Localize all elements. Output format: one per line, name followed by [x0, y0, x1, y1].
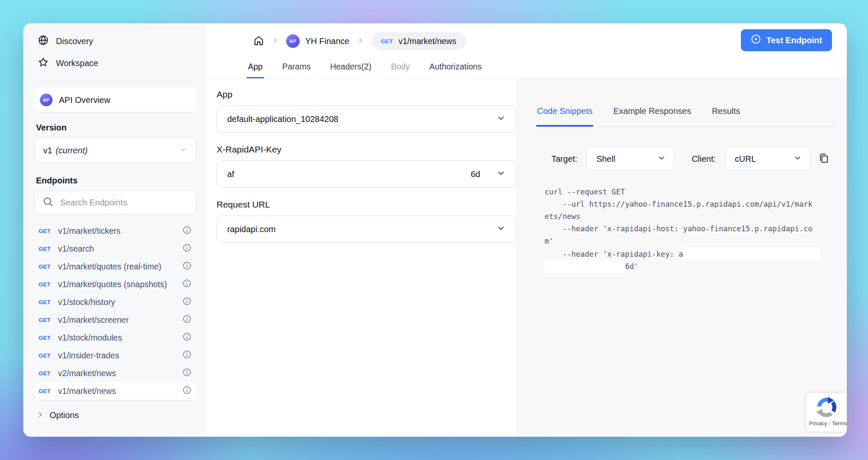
- version-value: v1: [43, 146, 52, 155]
- info-icon[interactable]: [182, 297, 192, 308]
- search-input[interactable]: [59, 197, 189, 208]
- sidebar-item-label: Discovery: [56, 36, 93, 46]
- code-line-text: --header 'x-rapidapi-key: a: [545, 250, 683, 258]
- chevron-right-icon: [272, 37, 278, 45]
- endpoint-search: [34, 191, 197, 214]
- play-circle-icon: [751, 34, 761, 47]
- target-select-value: Shell: [596, 154, 615, 164]
- endpoint-row[interactable]: GET v1/stock/history: [34, 293, 197, 311]
- redacted-key-overlay: [683, 247, 820, 261]
- snippet-toolbar: Target: Shell Client: cURL: [551, 147, 832, 171]
- app-select[interactable]: default-application_10284208: [217, 105, 516, 133]
- url-select-value: rapidapi.com: [227, 224, 276, 234]
- code-line: --url https://yahoo-finance15.p.rapidapi…: [545, 198, 832, 211]
- test-endpoint-label: Test Endpoint: [766, 36, 822, 45]
- info-icon[interactable]: [182, 368, 192, 379]
- panel-tabs: Code Snippets Example Responses Results: [536, 102, 837, 127]
- tab-code-snippets[interactable]: Code Snippets: [536, 102, 593, 126]
- target-select[interactable]: Shell: [587, 147, 674, 171]
- endpoint-path: v1/market/screener: [58, 315, 182, 325]
- endpoint-path: v1/insider-trades: [58, 351, 182, 360]
- endpoint-row[interactable]: GET v1/stock/modules: [34, 329, 197, 346]
- key-group: X-RapidAPI-Key af 6d: [217, 144, 517, 188]
- recaptcha-privacy-terms: Privacy - Terms: [806, 420, 847, 427]
- endpoint-list: GET v1/market/tickers GET v1/search GET …: [34, 222, 197, 400]
- tab-app[interactable]: App: [247, 58, 264, 78]
- endpoint-path: v2/market/news: [58, 369, 182, 378]
- sidebar-item-discovery[interactable]: Discovery: [34, 32, 197, 50]
- tab-results[interactable]: Results: [711, 102, 741, 126]
- endpoint-path: v1/market/news: [58, 386, 182, 396]
- tab-authorizations[interactable]: Authorizations: [428, 58, 483, 78]
- current-endpoint-pill: GET v1/market/news: [371, 32, 466, 50]
- api-name: YH Finance: [305, 36, 350, 46]
- client-select[interactable]: cURL: [725, 147, 810, 171]
- request-form: App default-application_10284208 X-Rapid…: [206, 78, 517, 437]
- info-icon[interactable]: [182, 225, 192, 236]
- code-line: ets/news: [545, 211, 832, 223]
- recaptcha-icon: [815, 396, 838, 419]
- endpoint-path: v1/stock/modules: [58, 333, 182, 343]
- method-badge: GET: [39, 335, 58, 341]
- breadcrumb-api[interactable]: AP YH Finance: [286, 34, 350, 48]
- home-icon[interactable]: [253, 35, 264, 48]
- active-tab-underline: [536, 125, 593, 127]
- info-icon[interactable]: [182, 350, 192, 361]
- breadcrumb: AP YH Finance GET v1/market/news: [253, 30, 466, 52]
- options-section-toggle[interactable]: Options: [34, 406, 197, 424]
- chevron-down-icon: [496, 224, 506, 235]
- tab-body[interactable]: Body: [389, 58, 411, 78]
- sidebar-item-api-overview[interactable]: AP API Overview: [34, 88, 197, 112]
- client-select-value: cURL: [735, 154, 756, 164]
- endpoint-path: v1/market/tickers: [58, 226, 182, 236]
- endpoint-path: v1/market/quotes (snapshots): [58, 280, 182, 289]
- desktop-background: Discovery Workspace AP API Overview Vers…: [0, 0, 868, 460]
- method-badge: GET: [39, 352, 58, 359]
- tab-headers[interactable]: Headers(2): [329, 58, 373, 78]
- endpoint-path: v1/search: [58, 244, 182, 254]
- sidebar: Discovery Workspace AP API Overview Vers…: [23, 23, 206, 437]
- tab-code-snippets-label: Code Snippets: [537, 106, 593, 116]
- endpoint-row[interactable]: GET v1/search: [34, 240, 197, 258]
- url-select[interactable]: rapidapi.com: [217, 216, 516, 243]
- key-value-suffix: 6d: [471, 169, 480, 179]
- info-icon[interactable]: [182, 332, 192, 343]
- code-line-text: 6d': [625, 262, 639, 271]
- chevron-down-icon: [793, 154, 802, 164]
- test-endpoint-button[interactable]: Test Endpoint: [741, 29, 832, 51]
- key-select[interactable]: af 6d: [217, 161, 516, 188]
- copy-icon: [818, 152, 830, 166]
- recaptcha-badge[interactable]: Privacy - Terms: [806, 393, 847, 432]
- endpoint-row[interactable]: GET v2/market/news: [34, 364, 197, 382]
- main-area: AP YH Finance GET v1/market/news App Par…: [206, 23, 847, 437]
- code-line: 6d': [545, 260, 832, 272]
- version-select[interactable]: v1 (current): [34, 138, 197, 163]
- method-badge: GET: [381, 38, 393, 44]
- tab-example-responses[interactable]: Example Responses: [612, 102, 692, 126]
- endpoint-row[interactable]: GET v1/market/quotes (snapshots): [34, 275, 197, 293]
- info-icon[interactable]: [182, 385, 192, 396]
- endpoint-row[interactable]: GET v1/market/screener: [34, 311, 197, 329]
- info-icon[interactable]: [182, 314, 192, 325]
- chevron-down-icon: [496, 169, 506, 180]
- api-avatar: AP: [286, 34, 300, 48]
- app-group: App default-application_10284208: [217, 89, 517, 133]
- chevron-down-icon: [657, 154, 666, 164]
- api-overview-label: API Overview: [59, 95, 110, 105]
- url-group: Request URL rapidapi.com: [217, 200, 517, 243]
- endpoint-row[interactable]: GET v1/market/tickers: [34, 222, 197, 240]
- star-icon: [38, 57, 49, 70]
- info-icon[interactable]: [182, 243, 192, 254]
- method-badge: GET: [39, 281, 58, 288]
- sidebar-item-workspace[interactable]: Workspace: [34, 54, 197, 72]
- info-icon[interactable]: [182, 279, 192, 290]
- content-area: App default-application_10284208 X-Rapid…: [206, 78, 847, 437]
- copy-code-button[interactable]: [816, 151, 832, 167]
- endpoint-row[interactable]: GET v1/market/quotes (real-time): [34, 258, 197, 275]
- endpoint-row[interactable]: GET v1/insider-trades: [34, 346, 197, 364]
- endpoint-row-selected[interactable]: GET v1/market/news: [34, 382, 197, 400]
- info-icon[interactable]: [182, 261, 192, 272]
- tab-params[interactable]: Params: [281, 58, 312, 78]
- method-badge: GET: [39, 228, 58, 234]
- endpoint-path: v1/stock/history: [58, 297, 182, 307]
